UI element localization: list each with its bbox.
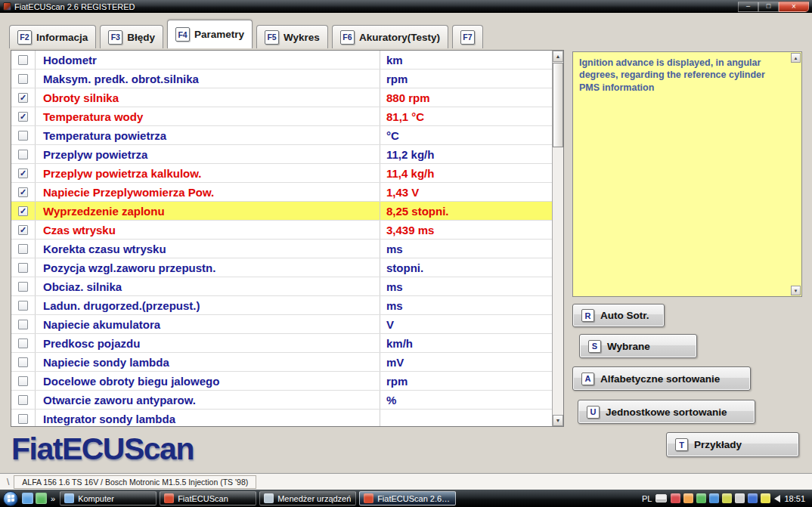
tray-icons [671,493,770,503]
scroll-down-icon[interactable]: ▼ [553,415,563,426]
checkbox-checked-icon[interactable]: ✓ [18,93,28,103]
checkbox-unchecked-icon[interactable] [18,414,28,424]
table-scrollbar[interactable]: ▲ ▼ [552,51,563,426]
task-icon [364,493,373,503]
checkbox-unchecked-icon[interactable] [18,131,28,141]
parameter-row[interactable]: ✓Obroty silnika880 rpm [11,88,552,107]
tray-icon[interactable] [761,493,770,503]
tray-icon[interactable] [696,493,706,503]
parameter-row[interactable]: ✓Temperatura wody81,1 °C [11,107,552,126]
parameter-row[interactable]: ✓Wyprzedzenie zaplonu8,25 stopni. [11,202,552,221]
tab-f2[interactable]: F2Informacja [9,25,96,48]
volume-icon[interactable] [774,495,780,502]
parameter-row[interactable]: Napiecie sondy lambdamV [11,353,552,372]
parameter-name: Obciaz. silnika [36,280,380,293]
tray-icon[interactable] [709,493,719,503]
checkbox-checked-icon[interactable]: ✓ [18,225,28,235]
parameter-row[interactable]: Integrator sondy lambda [11,410,552,426]
checkbox-cell: ✓ [11,202,36,220]
alphabetical-sort-button[interactable]: A Alfabetyczne sortowanie [572,366,751,391]
checkbox-unchecked-icon[interactable] [18,150,28,159]
checkbox-checked-icon[interactable]: ✓ [18,206,28,216]
checkbox-unchecked-icon[interactable] [18,376,28,386]
auto-sort-button[interactable]: R Auto Sotr. [572,304,665,327]
checkbox-checked-icon[interactable]: ✓ [18,112,28,122]
scrollbar-thumb[interactable] [553,63,563,147]
overflow-chevron-icon[interactable]: » [51,494,55,503]
scroll-up-icon[interactable]: ▲ [553,51,563,62]
unit-sort-button[interactable]: U Jednostkowe sortowanie [578,400,755,424]
checkbox-unchecked-icon[interactable] [18,357,28,367]
parameter-row[interactable]: Docelowe obroty biegu jalowegorpm [11,372,552,391]
checkbox-checked-icon[interactable]: ✓ [18,168,28,178]
parameter-row[interactable]: Temperatura powietrza°C [11,126,552,145]
keyboard-layout-icon[interactable] [655,494,667,502]
checkbox-unchecked-icon[interactable] [18,55,28,65]
tray-icon[interactable] [748,493,758,503]
parameter-name: Temperatura powietrza [36,129,380,142]
checkbox-unchecked-icon[interactable] [18,282,28,292]
parameter-row[interactable]: Otwarcie zaworu antyparow.% [11,391,552,410]
checkbox-unchecked-icon[interactable] [18,74,28,84]
status-slash: \ [7,477,9,487]
tab-f5[interactable]: F5Wykres [256,25,328,48]
tab-f7[interactable]: F7 [452,25,483,48]
fkey-badge: F4 [175,27,190,42]
checkbox-unchecked-icon[interactable] [18,301,28,311]
tray-icon[interactable] [671,493,680,503]
tray-icon[interactable] [683,493,693,503]
parameter-value: % [380,391,552,409]
language-indicator[interactable]: PL [642,494,652,503]
parameter-row[interactable]: Przeplyw powietrza11,2 kg/h [11,145,552,164]
parameter-row[interactable]: ✓Przeplyw powietrza kalkulow.11,4 kg/h [11,164,552,183]
parameter-value: 880 rpm [380,88,552,107]
parameter-row[interactable]: Obciaz. silnikams [11,277,552,296]
parameter-row[interactable]: Maksym. predk. obrot.silnikarpm [11,70,552,88]
parameter-row[interactable]: Predkosc pojazdukm/h [11,334,552,353]
selected-params-button[interactable]: S Wybrane [579,334,697,358]
tab-f3[interactable]: F3Błędy [100,25,163,48]
tab-f6[interactable]: F6Akuratory(Testy) [332,25,448,48]
quick-launch-icon[interactable] [36,493,47,504]
checkbox-unchecked-icon[interactable] [18,263,28,273]
taskbar-task[interactable]: Menedżer urządzeń [259,491,356,505]
close-button[interactable]: × [779,2,809,12]
checkbox-cell [11,410,36,426]
checkbox-unchecked-icon[interactable] [18,320,28,329]
tab-bar: F2InformacjaF3BłędyF4ParametryF5WykresF6… [9,18,487,48]
vehicle-status-tab[interactable]: ALFA 156 1.6 TS 16V / Bosch Motronic M1.… [14,475,256,489]
checkbox-unchecked-icon[interactable] [18,339,28,348]
info-scroll-down-icon[interactable]: ▼ [791,286,801,295]
parameter-value: 11,2 kg/h [380,145,552,163]
checkbox-checked-icon[interactable]: ✓ [18,187,28,197]
parameter-row[interactable]: Hodometrkm [11,51,552,70]
parameter-row[interactable]: ✓Napiecie Przeplywomierza Pow.1,43 V [11,183,552,202]
checkbox-unchecked-icon[interactable] [18,244,28,254]
checkbox-cell [11,277,36,295]
info-panel: Ignition advance is displayed, in angula… [572,51,802,297]
parameter-row[interactable]: Korekta czasu wtryskums [11,240,552,258]
checkbox-unchecked-icon[interactable] [18,395,28,405]
tab-f4[interactable]: F4Parametry [167,20,253,48]
info-scroll-up-icon[interactable]: ▲ [791,53,801,63]
tray-icon[interactable] [722,493,732,503]
maximize-button[interactable]: □ [758,2,779,12]
taskbar-task[interactable]: FiatECUScan [160,491,256,505]
clock[interactable]: 18:51 [784,494,805,503]
parameter-row[interactable]: Napiecie akumulatoraV [11,315,552,334]
taskbar-task[interactable]: Komputer [60,491,157,505]
parameter-row[interactable]: Ladun. drugorzed.(przepust.)ms [11,296,552,315]
parameter-name: Czas wtrysku [36,224,380,236]
start-button[interactable] [3,491,18,506]
key-badge-s: S [588,340,601,353]
minimize-button[interactable]: – [738,2,758,12]
taskbar-task[interactable]: FiatECUScan 2.6 RE... [359,491,456,505]
parameter-row[interactable]: ✓Czas wtrysku3,439 ms [11,221,552,240]
parameter-name: Maksym. predk. obrot.silnika [36,73,380,85]
parameter-row[interactable]: Pozycja wzgl.zaworu przepustn.stopni. [11,258,552,277]
parameter-value: 1,43 V [380,183,552,201]
tray-icon[interactable] [735,493,745,503]
quick-launch-icon[interactable] [22,493,33,504]
button-label: Alfabetyczne sortowanie [600,373,720,385]
examples-button[interactable]: T Przykłady [666,432,799,457]
